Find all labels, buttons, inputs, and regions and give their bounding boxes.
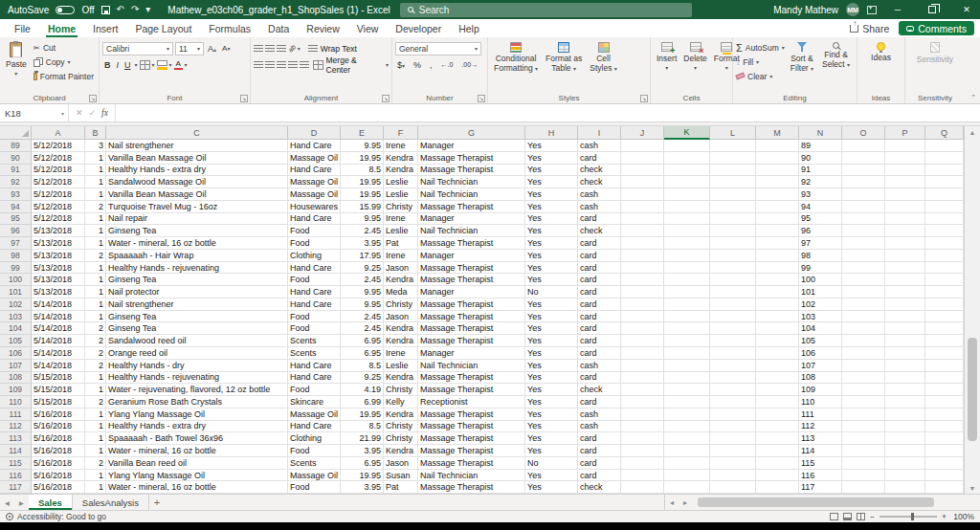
tab-insert[interactable]: Insert — [84, 19, 126, 37]
cell-G101[interactable]: Manager — [418, 286, 525, 298]
cell-N106[interactable]: 106 — [799, 347, 842, 360]
cell-Q111[interactable] — [925, 409, 964, 421]
cell-M116[interactable] — [756, 470, 799, 482]
align-center-icon[interactable] — [265, 61, 275, 69]
cell-C92[interactable]: Sandalwood Massage Oil — [106, 176, 288, 188]
cell-H91[interactable]: Yes — [525, 165, 578, 177]
cell-O92[interactable] — [842, 176, 885, 188]
cell-P89[interactable] — [885, 140, 925, 152]
vertical-scrollbar-thumb[interactable] — [968, 338, 977, 441]
cell-D93[interactable]: Massage Oil — [288, 188, 341, 201]
cell-C93[interactable]: Vanilla Bean Massage Oil — [106, 188, 288, 201]
cell-N103[interactable]: 103 — [799, 311, 842, 323]
align-right-icon[interactable] — [277, 61, 286, 69]
cell-J93[interactable] — [621, 188, 664, 201]
cell-N101[interactable]: 101 — [799, 286, 842, 298]
cell-L110[interactable] — [710, 396, 756, 409]
cell-P108[interactable] — [885, 372, 925, 385]
cell-K101[interactable] — [664, 286, 710, 298]
cell-N109[interactable]: 109 — [799, 384, 842, 396]
cell-B89[interactable]: 3 — [85, 140, 106, 152]
cell-J104[interactable] — [621, 322, 664, 335]
cell-K90[interactable] — [664, 152, 710, 165]
cell-N112[interactable]: 112 — [799, 421, 842, 433]
cell-G97[interactable]: Massage Therapist — [418, 237, 525, 250]
cell-M93[interactable] — [756, 188, 799, 201]
align-left-icon[interactable] — [254, 61, 263, 69]
orientation-icon[interactable]: ab — [287, 43, 297, 53]
cell-C114[interactable]: Water - mineral, 16 oz bottle — [106, 445, 288, 457]
restore-icon[interactable] — [919, 0, 946, 19]
cell-I108[interactable]: card — [578, 372, 621, 385]
cell-H114[interactable]: Yes — [525, 445, 578, 457]
cell-N115[interactable]: 115 — [799, 457, 842, 470]
column-header-I[interactable]: I — [578, 126, 621, 139]
cell-F110[interactable]: Kelly — [384, 396, 418, 409]
column-header-N[interactable]: N — [799, 126, 842, 139]
cell-A117[interactable]: 5/16/2018 — [32, 481, 85, 494]
horizontal-scrollbar-thumb[interactable] — [698, 497, 934, 507]
cell-L96[interactable] — [710, 225, 756, 237]
clipboard-dialog-launcher-icon[interactable]: ↘ — [89, 95, 97, 102]
cell-Q89[interactable] — [925, 140, 964, 152]
cell-L117[interactable] — [710, 481, 756, 494]
cell-K117[interactable] — [664, 481, 710, 494]
percent-format-button[interactable]: % — [412, 60, 423, 70]
row-header-89[interactable]: 89 — [0, 140, 32, 152]
cell-C91[interactable]: Healthy Hands - extra dry — [106, 165, 288, 177]
cell-A106[interactable]: 5/14/2018 — [32, 347, 85, 360]
cell-G93[interactable]: Nail Technician — [418, 188, 525, 201]
cell-M104[interactable] — [756, 322, 799, 335]
cell-L101[interactable] — [710, 286, 756, 298]
cell-H113[interactable]: Yes — [525, 432, 578, 445]
cell-A115[interactable]: 5/16/2018 — [32, 457, 85, 470]
cell-A90[interactable]: 5/12/2018 — [32, 152, 85, 165]
row-header-94[interactable]: 94 — [0, 201, 32, 213]
underline-options-icon[interactable]: ▾ — [135, 62, 138, 68]
align-top-icon[interactable] — [254, 45, 263, 53]
tab-formulas[interactable]: Formulas — [200, 19, 259, 37]
cell-D107[interactable]: Hand Care — [288, 360, 341, 372]
zoom-slider[interactable] — [880, 516, 937, 518]
cell-A108[interactable]: 5/15/2018 — [32, 372, 85, 385]
cell-O99[interactable] — [842, 262, 885, 275]
cell-J103[interactable] — [621, 311, 664, 323]
cell-M97[interactable] — [756, 237, 799, 250]
cell-L108[interactable] — [710, 372, 756, 385]
cell-F94[interactable]: Christy — [384, 201, 418, 213]
cell-Q93[interactable] — [925, 188, 964, 201]
cell-N99[interactable]: 99 — [799, 262, 842, 275]
cell-F103[interactable]: Jason — [384, 311, 418, 323]
cell-Q117[interactable] — [925, 481, 964, 494]
cell-K111[interactable] — [664, 409, 710, 421]
cell-C115[interactable]: Vanilla Bean reed oil — [106, 457, 288, 470]
cell-O110[interactable] — [842, 396, 885, 409]
cell-H100[interactable]: Yes — [525, 274, 578, 286]
cell-I95[interactable]: card — [578, 213, 621, 226]
cell-C102[interactable]: Nail strengthener — [106, 298, 288, 311]
cell-I96[interactable]: check — [578, 225, 621, 237]
cell-G92[interactable]: Nail Technician — [418, 176, 525, 188]
cell-H112[interactable]: Yes — [525, 421, 578, 433]
tab-view[interactable]: View — [348, 19, 388, 37]
cell-B94[interactable]: 2 — [85, 201, 106, 213]
cell-G102[interactable]: Massage Therapist — [418, 298, 525, 311]
vertical-scrollbar[interactable]: ▲ ▼ — [964, 126, 980, 494]
cell-I111[interactable]: cash — [578, 409, 621, 421]
normal-view-icon[interactable] — [830, 513, 838, 520]
cell-D89[interactable]: Hand Care — [288, 140, 341, 152]
cell-I110[interactable]: card — [578, 396, 621, 409]
cell-I97[interactable]: card — [578, 237, 621, 250]
cell-C112[interactable]: Healthy Hands - extra dry — [106, 421, 288, 433]
row-header-112[interactable]: 112 — [0, 421, 32, 433]
cell-J108[interactable] — [621, 372, 664, 385]
cell-D101[interactable]: Hand Care — [288, 286, 341, 298]
cell-F89[interactable]: Irene — [384, 140, 418, 152]
cell-G113[interactable]: Massage Therapist — [418, 432, 525, 445]
cell-E106[interactable]: 6.95 — [341, 347, 384, 360]
cell-P112[interactable] — [885, 421, 925, 433]
cell-C104[interactable]: Ginseng Tea — [106, 322, 288, 335]
cell-M111[interactable] — [756, 409, 799, 421]
page-layout-view-icon[interactable] — [843, 513, 852, 520]
cell-D96[interactable]: Food — [288, 225, 341, 237]
